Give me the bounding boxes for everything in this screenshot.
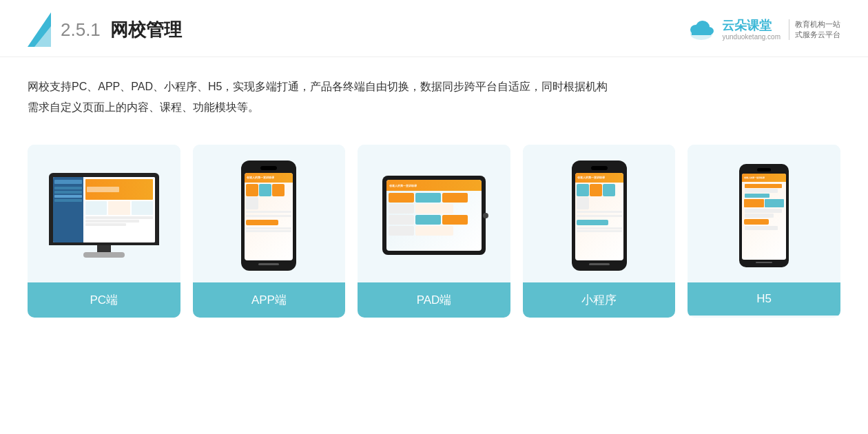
card-h5: 创速人的第一堂训练课 [688, 145, 840, 318]
card-app-label: APP端 [193, 282, 346, 318]
logo-triangle-icon [28, 12, 51, 47]
platform-cards: PC端 创速人的第一堂训练课 [0, 125, 868, 331]
brand-logo: 云朵课堂 yunduoketang.com 教育机构一站 式服务云平台 [686, 14, 840, 45]
pad-mockup: 创速人的第一堂训练课 [382, 176, 486, 255]
card-app: 创速人的第一堂训练课 APP端 [193, 145, 346, 318]
card-h5-label: H5 [688, 282, 840, 316]
card-miniprogram-label: 小程序 [523, 282, 676, 318]
card-pc-label: PC端 [28, 282, 180, 318]
description-text: 网校支持PC、APP、PAD、小程序、H5，实现多端打通，产品各终端自由切换，数… [0, 57, 868, 125]
card-pad-label: PAD端 [358, 282, 510, 318]
card-h5-image: 创速人的第一堂训练课 [688, 145, 840, 282]
pc-mockup [49, 173, 159, 258]
card-miniprogram: 创速人的第一堂训练课 小程序 [523, 145, 676, 318]
cloud-logo-icon [686, 14, 716, 45]
brand-name: 云朵课堂 yunduoketang.com [722, 19, 781, 41]
page-title: 2.5.1 网校管理 [61, 18, 182, 42]
card-miniprogram-image: 创速人的第一堂训练课 [523, 145, 676, 282]
app-mockup: 创速人的第一堂训练课 [241, 161, 296, 271]
svg-rect-6 [692, 31, 711, 35]
header: 2.5.1 网校管理 云朵课堂 yunduoketang.com 教育机构一站 … [0, 0, 868, 57]
card-pad-image: 创速人的第一堂训练课 [358, 145, 510, 282]
header-left: 2.5.1 网校管理 [28, 12, 182, 47]
card-app-image: 创速人的第一堂训练课 [193, 145, 346, 282]
brand-slogan: 教育机构一站 式服务云平台 [789, 19, 840, 41]
card-pad: 创速人的第一堂训练课 [358, 145, 510, 318]
miniprogram-mockup: 创速人的第一堂训练课 [572, 161, 627, 271]
h5-mockup: 创速人的第一堂训练课 [739, 164, 789, 267]
card-pc: PC端 [28, 145, 180, 318]
card-pc-image [28, 145, 180, 282]
